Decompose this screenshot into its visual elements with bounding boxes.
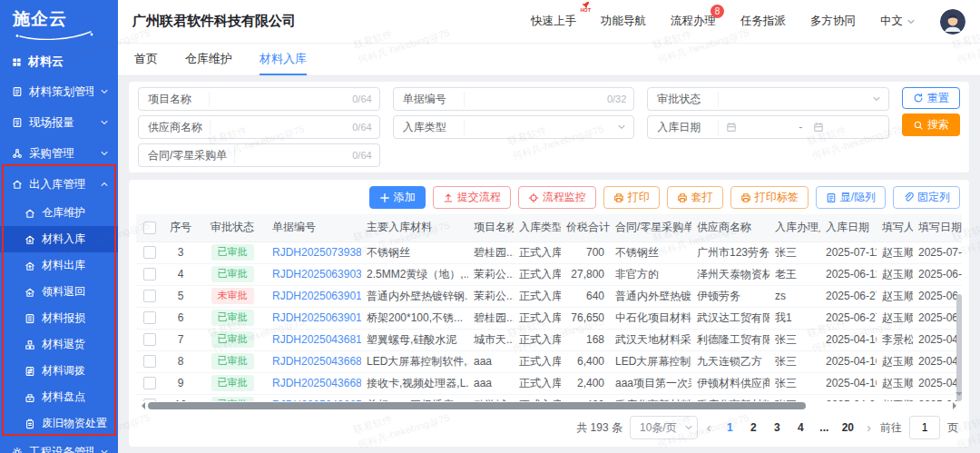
print-label-button[interactable]: 打印标签 (730, 186, 808, 209)
fix-columns-button[interactable]: 固定列 (893, 186, 960, 209)
nodes-icon (12, 148, 23, 159)
project-name-input[interactable] (210, 88, 352, 110)
avatar[interactable] (940, 9, 965, 34)
sidebar-item-material-return[interactable]: 材料退货 (0, 331, 118, 358)
page-20[interactable]: 20 (838, 421, 858, 434)
table-row[interactable]: 8已审批RJDH20250436689LED大屏幕控制软件,...aaa正式入库… (136, 350, 962, 372)
row-checkbox[interactable] (143, 333, 156, 346)
cell-handler: 张三 (769, 329, 820, 350)
col-header-seq: 序号 (163, 214, 198, 241)
doc-no-link[interactable]: RJDH20250436688 (272, 377, 361, 389)
process-monitor-button[interactable]: 流程监控 (518, 186, 596, 209)
sidebar-item-material-out[interactable]: 材料出库 (0, 252, 118, 279)
tab-warehouse-maintain[interactable]: 仓库维护 (185, 44, 232, 75)
submit-process-button[interactable]: 提交流程 (433, 186, 511, 209)
doc-no-link[interactable]: RJDH20250436657 (272, 399, 361, 401)
doc-no-link[interactable]: RJDH20250639015 (272, 290, 361, 302)
table-row[interactable]: 9已审批RJDH20250436688接收卡,视频处理器,L...aaa正式入库… (136, 372, 962, 394)
search-button[interactable]: 搜索 (902, 113, 960, 136)
sidebar-item-warehouse-maintain[interactable]: 仓库维护 (0, 200, 118, 226)
select-all-checkbox[interactable] (143, 222, 156, 234)
tab-home[interactable]: 首页 (134, 44, 158, 75)
table-row[interactable]: 5未审批RJDH20250639015普通内外壁热镀锌钢...茉莉公...正式入… (136, 285, 962, 307)
sidebar-item-material-loss[interactable]: 材料报损 (0, 305, 118, 331)
prev-page-button[interactable]: ‹ (705, 420, 713, 435)
sidebar-group-equipment-management[interactable]: 工程设备管理 (0, 437, 118, 453)
approval-status-select[interactable] (719, 88, 872, 110)
add-button[interactable]: 添加 (369, 186, 426, 209)
goto-page-input[interactable] (909, 416, 940, 439)
menu-multi-collab[interactable]: 多方协同 (810, 14, 856, 29)
sidebar-group-site-report[interactable]: 现场报量 (0, 107, 118, 138)
chevron-down-icon (100, 149, 109, 158)
table-row[interactable]: 6已审批RJDH20250639014桥架200*100,不锈...碧桂园...… (136, 307, 962, 329)
doc-no-link[interactable]: RJDH20250436689 (272, 355, 361, 368)
menu-process-handle[interactable]: 流程办理8 (671, 14, 716, 29)
cell-write_date: 2025-06-27 (913, 307, 962, 329)
vertical-scrollbar[interactable] (956, 294, 962, 401)
sidebar-item-material-in[interactable]: 材料入库 (0, 226, 118, 252)
contract-input[interactable] (235, 144, 352, 166)
page-4[interactable]: 4 (790, 421, 810, 434)
status-badge: 已审批 (211, 397, 254, 401)
menu-task-assign[interactable]: 任务指派 (740, 14, 786, 29)
print-button[interactable]: 打印 (603, 186, 660, 209)
status-badge: 未审批 (211, 288, 254, 303)
row-checkbox[interactable] (143, 268, 156, 281)
menu-feature-nav[interactable]: 功能导航 (601, 14, 646, 29)
page-1[interactable]: 1 (720, 421, 740, 434)
sidebar-group-inout-management[interactable]: 出入库管理 (0, 169, 118, 200)
filter-in-type[interactable]: 入库类型 (393, 115, 635, 139)
row-checkbox[interactable] (143, 290, 156, 302)
filter-panel: 项目名称 0/64 单据编号 0/32 审批状态 重 (129, 82, 969, 172)
scroll-down-arrow[interactable] (956, 392, 962, 399)
doc-no-link[interactable]: RJDH20250639014 (272, 311, 361, 324)
table-row[interactable]: 7已审批RJDH20250436810塑翼螺母,硅酸水泥城市天...正式入库16… (136, 329, 962, 350)
table-row[interactable]: 3已审批RJDH20250739388不锈钢丝碧桂园...正式入库700不锈钢丝… (136, 241, 962, 263)
next-page-button[interactable]: › (865, 420, 873, 435)
filter-approval-status[interactable]: 审批状态 (647, 87, 889, 111)
button-label: 固定列 (917, 190, 950, 205)
chevron-down-icon (684, 423, 693, 432)
cell-in_type: 正式入库 (514, 329, 561, 350)
overlay-print-button[interactable]: 套打 (667, 186, 723, 209)
page-size-select[interactable]: 10条/页 (630, 416, 698, 439)
reset-button[interactable]: 重置 (902, 87, 960, 109)
doc-no-input[interactable] (465, 88, 607, 110)
table-row[interactable]: 10已审批RJDH20250436657单相二、三极插座科学城...正式入库40… (136, 394, 962, 401)
doc-no-link[interactable]: RJDH20250639039 (272, 268, 361, 281)
in-type-select[interactable] (465, 116, 618, 138)
sidebar-item-material-cloud[interactable]: 材料云 (0, 47, 118, 76)
sidebar-group-material-planning[interactable]: 材料策划管理 (0, 76, 118, 107)
sidebar-item-material-stocktake[interactable]: 材料盘点 (0, 384, 118, 410)
toggle-columns-button[interactable]: 显/隐列 (816, 186, 886, 209)
hot-badge: HOT (580, 1, 591, 14)
row-checkbox-cell (136, 263, 163, 285)
printer-icon (740, 192, 751, 203)
row-checkbox[interactable] (143, 399, 156, 401)
hscroll-thumb[interactable] (148, 402, 806, 409)
doc-no-link[interactable]: RJDH20250436810 (272, 333, 361, 346)
row-checkbox[interactable] (143, 355, 156, 368)
doc-no-link[interactable]: RJDH20250739388 (272, 246, 361, 259)
sidebar-item-waste-disposal[interactable]: 废旧物资处置 (0, 410, 118, 437)
end-date-input[interactable] (828, 120, 875, 135)
row-checkbox[interactable] (143, 246, 156, 259)
scroll-right-arrow[interactable] (953, 402, 960, 409)
sidebar-item-pick-return[interactable]: 领料退回 (0, 279, 118, 305)
tab-material-in[interactable]: 材料入库 (260, 44, 307, 75)
row-checkbox[interactable] (143, 311, 156, 324)
start-date-input[interactable] (740, 120, 788, 135)
supplier-input[interactable] (211, 116, 352, 138)
hscroll-track (148, 402, 950, 409)
menu-quick-start[interactable]: 快速上手HOT (531, 14, 576, 29)
page-2[interactable]: 2 (743, 421, 763, 434)
table-row[interactable]: 4已审批RJDH202506390392.5MM2黄绿（地）,...茉莉公...… (136, 263, 962, 285)
page-3[interactable]: 3 (767, 421, 787, 434)
row-checkbox[interactable] (143, 377, 156, 389)
sidebar-item-material-transfer[interactable]: 材料调拨 (0, 358, 118, 384)
goto-label: 前往 (880, 420, 902, 436)
language-selector[interactable]: 中文 (880, 14, 916, 29)
scroll-left-arrow[interactable] (138, 402, 145, 409)
sidebar-group-procurement[interactable]: 采购管理 (0, 138, 118, 169)
